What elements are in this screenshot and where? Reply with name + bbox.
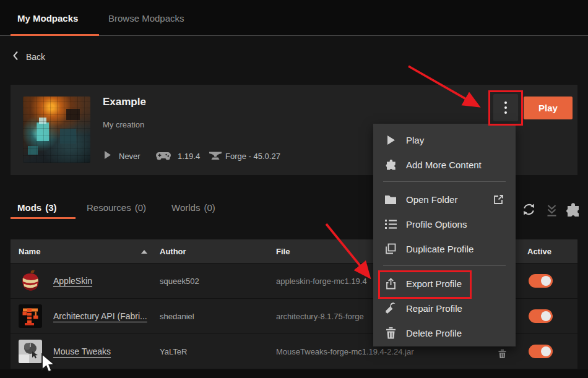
refresh-icon bbox=[522, 202, 536, 217]
menu-item-delete-profile[interactable]: Delete Profile bbox=[373, 320, 516, 345]
appleskin-mod-icon bbox=[19, 269, 42, 293]
toggle-knob bbox=[541, 346, 551, 356]
export-icon bbox=[384, 277, 397, 290]
mod-author: YaLTeR bbox=[160, 347, 187, 356]
menu-item-profile-options[interactable]: Profile Options bbox=[373, 212, 516, 236]
tab-mods[interactable]: Mods(3) bbox=[17, 202, 57, 213]
copy-icon bbox=[384, 243, 397, 255]
game-version-value: 1.19.4 bbox=[178, 152, 200, 161]
tab-worlds[interactable]: Worlds(0) bbox=[171, 202, 215, 213]
add-content-button[interactable] bbox=[565, 202, 581, 220]
tab-my-modpacks[interactable]: My Modpacks bbox=[17, 13, 78, 24]
active-tab-underline bbox=[11, 34, 99, 36]
column-active: Active bbox=[527, 247, 551, 256]
list-icon bbox=[384, 218, 397, 230]
sort-asc-icon bbox=[141, 250, 147, 254]
mods-count: (3) bbox=[45, 202, 56, 213]
mod-file: architectury-8.1.75-forge bbox=[276, 312, 364, 321]
menu-divider bbox=[383, 265, 506, 266]
active-toggle[interactable] bbox=[529, 309, 553, 323]
menu-item-play[interactable]: Play bbox=[373, 127, 516, 152]
folder-icon bbox=[384, 193, 397, 205]
chevron-left-icon bbox=[12, 51, 19, 63]
resources-count: (0) bbox=[135, 202, 146, 213]
footer-strip bbox=[0, 369, 588, 378]
puzzle-plus-icon bbox=[384, 158, 397, 171]
active-toggle[interactable] bbox=[529, 345, 553, 358]
tab-resources[interactable]: Resources(0) bbox=[87, 202, 146, 213]
architectury-mod-icon bbox=[19, 304, 42, 328]
kebab-icon bbox=[504, 101, 507, 114]
update-all-button[interactable] bbox=[545, 204, 558, 220]
active-toggle[interactable] bbox=[529, 274, 553, 288]
play-button[interactable]: Play bbox=[524, 97, 573, 119]
last-played-icon bbox=[104, 150, 111, 162]
top-tab-bar: My Modpacks Browse Modpacks bbox=[0, 0, 588, 36]
active-content-tab-underline bbox=[11, 217, 76, 219]
mod-name-link[interactable]: AppleSkin bbox=[53, 276, 92, 286]
mod-file: appleskin-forge-mc1.19.4 bbox=[276, 277, 367, 286]
external-link-icon bbox=[492, 193, 504, 205]
kebab-menu-button[interactable] bbox=[493, 94, 518, 121]
menu-item-export-profile[interactable]: Export Profile bbox=[373, 271, 516, 296]
menu-item-repair-profile[interactable]: Repair Profile bbox=[373, 296, 516, 320]
column-author[interactable]: Author bbox=[160, 247, 186, 256]
modpack-thumbnail bbox=[23, 97, 90, 163]
column-name[interactable]: Name bbox=[19, 247, 40, 256]
menu-divider bbox=[383, 181, 506, 182]
refresh-button[interactable] bbox=[522, 202, 536, 219]
worlds-count: (0) bbox=[204, 202, 215, 213]
anvil-icon bbox=[209, 151, 222, 163]
trash-icon bbox=[384, 327, 397, 339]
puzzle-icon bbox=[565, 202, 581, 218]
toggle-knob bbox=[541, 311, 551, 321]
play-icon bbox=[384, 134, 397, 146]
curseforge-window: My Modpacks Browse Modpacks Back Example… bbox=[0, 0, 588, 378]
last-played-value: Never bbox=[119, 152, 141, 161]
menu-item-duplicate-profile[interactable]: Duplicate Profile bbox=[373, 236, 516, 261]
mod-author: shedaniel bbox=[160, 312, 194, 321]
update-all-icon bbox=[545, 204, 558, 217]
mod-name-link[interactable]: Mouse Tweaks bbox=[53, 346, 111, 356]
menu-item-open-folder[interactable]: Open Folder bbox=[373, 187, 516, 212]
tab-browse-modpacks[interactable]: Browse Modpacks bbox=[108, 13, 184, 24]
back-button[interactable]: Back bbox=[12, 51, 45, 63]
modloader-value: Forge - 45.0.27 bbox=[225, 152, 280, 161]
mod-author: squeek502 bbox=[160, 277, 199, 286]
context-menu: Play Add More Content Open Folder Profil… bbox=[373, 124, 516, 346]
gamepad-icon bbox=[156, 152, 171, 163]
trash-icon bbox=[498, 350, 506, 358]
row-delete-button[interactable] bbox=[498, 350, 506, 361]
profile-subtitle: My creation bbox=[103, 120, 144, 129]
mousetweaks-mod-icon bbox=[19, 340, 42, 363]
toggle-knob bbox=[541, 276, 551, 286]
back-label: Back bbox=[26, 52, 45, 62]
menu-item-add-more-content[interactable]: Add More Content bbox=[373, 152, 516, 177]
profile-title: Example bbox=[103, 96, 146, 108]
column-file[interactable]: File bbox=[276, 247, 290, 256]
wrench-icon bbox=[384, 302, 397, 314]
mod-file: MouseTweaks-forge-mc1.19.4-2.24.jar bbox=[276, 347, 414, 356]
mod-name-link[interactable]: Architectury API (Fabri... bbox=[53, 311, 147, 321]
